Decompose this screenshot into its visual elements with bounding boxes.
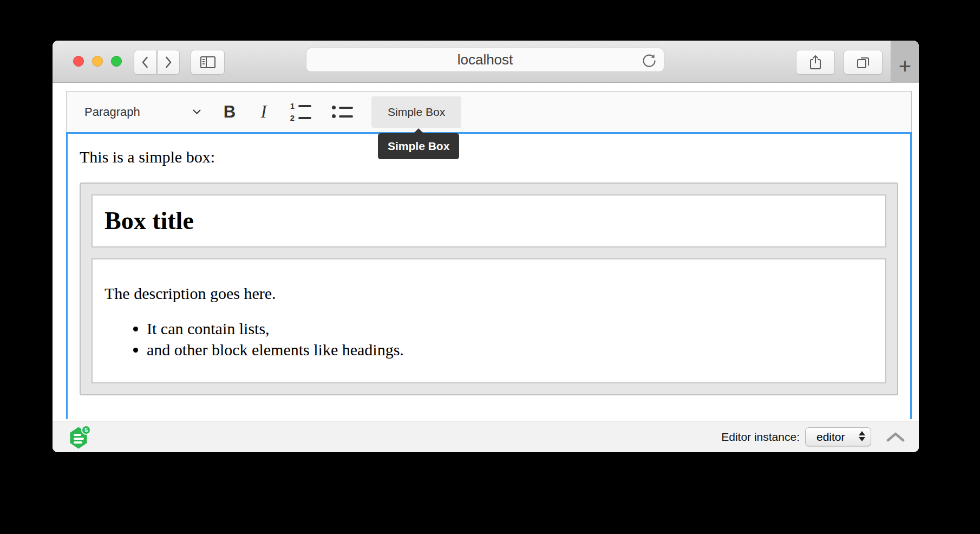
- sidebar-icon: [200, 55, 216, 69]
- reload-button[interactable]: [641, 53, 657, 69]
- simple-box-title-area[interactable]: Box title: [92, 194, 886, 248]
- editor-instance-label: Editor instance:: [721, 431, 800, 444]
- heading-dropdown[interactable]: Paragraph: [84, 105, 201, 119]
- heading-dropdown-label: Paragraph: [84, 105, 140, 119]
- intro-paragraph[interactable]: This is a simple box:: [80, 148, 898, 166]
- web-page: Paragraph B I 1 2: [53, 83, 919, 452]
- italic-button[interactable]: I: [252, 102, 275, 122]
- description-list[interactable]: It can contain lists, and other block el…: [104, 318, 873, 361]
- tooltip-text: Simple Box: [388, 140, 449, 153]
- simple-box-description-area[interactable]: The description goes here. It can contai…: [92, 258, 886, 383]
- editor-toolbar: Paragraph B I 1 2: [66, 91, 912, 132]
- simple-box-button[interactable]: Simple Box: [371, 96, 461, 128]
- numbered-list-button[interactable]: 1 2: [288, 102, 313, 122]
- select-spinner-icon: [859, 431, 865, 441]
- status-right-controls: Editor instance: editor: [721, 427, 905, 446]
- selected-instance-value: editor: [816, 431, 845, 444]
- share-button[interactable]: [796, 50, 835, 75]
- list-item[interactable]: and other block elements like headings.: [147, 339, 873, 361]
- new-tab-button[interactable]: +: [891, 41, 919, 83]
- reload-icon: [641, 53, 657, 69]
- inspector-status-bar: 5 Editor instance: editor: [53, 421, 919, 452]
- zoom-window-button[interactable]: [111, 56, 122, 67]
- browser-window: localhost +: [53, 41, 919, 452]
- close-window-button[interactable]: [73, 56, 84, 67]
- plus-icon: +: [899, 55, 911, 77]
- chevron-up-icon: [886, 432, 905, 442]
- editor-editable-area[interactable]: This is a simple box: Box title The desc…: [66, 132, 912, 419]
- tab-overview-icon: [855, 55, 871, 70]
- simple-box-widget[interactable]: Box title The description goes here. It …: [80, 183, 898, 395]
- bulleted-list-button[interactable]: [329, 106, 355, 118]
- url-text: localhost: [458, 51, 513, 68]
- chevron-left-icon: [139, 55, 151, 70]
- sidebar-toggle-button[interactable]: [191, 50, 225, 75]
- address-bar[interactable]: localhost: [306, 48, 664, 72]
- show-tab-overview-button[interactable]: [844, 50, 883, 75]
- share-icon: [808, 54, 822, 70]
- simple-box-button-label: Simple Box: [388, 106, 445, 119]
- numbered-list-icon: 1: [290, 102, 311, 110]
- italic-icon: I: [261, 102, 267, 122]
- chevron-right-icon: [162, 55, 174, 70]
- bold-button[interactable]: B: [219, 102, 240, 122]
- browser-titlebar: localhost +: [53, 41, 919, 83]
- box-title-heading[interactable]: Box title: [104, 205, 873, 237]
- ckeditor-logo[interactable]: 5: [69, 425, 91, 449]
- simple-box-tooltip: Simple Box: [378, 133, 459, 159]
- collapse-inspector-button[interactable]: [886, 432, 905, 442]
- description-paragraph[interactable]: The description goes here.: [104, 284, 873, 303]
- bulleted-list-icon: [332, 106, 353, 109]
- minimize-window-button[interactable]: [92, 56, 103, 67]
- list-item[interactable]: It can contain lists,: [147, 318, 873, 340]
- version-badge: 5: [81, 425, 91, 435]
- back-button[interactable]: [134, 50, 156, 75]
- bold-icon: B: [224, 102, 236, 122]
- ckeditor: Paragraph B I 1 2: [66, 91, 912, 419]
- forward-button[interactable]: [157, 50, 180, 75]
- editor-instance-select[interactable]: editor: [805, 427, 871, 446]
- chevron-down-icon: [193, 109, 201, 115]
